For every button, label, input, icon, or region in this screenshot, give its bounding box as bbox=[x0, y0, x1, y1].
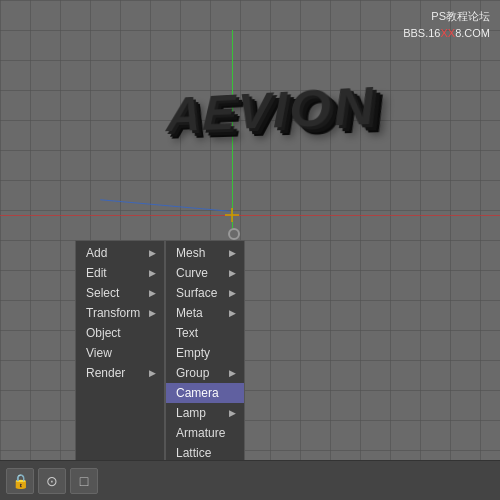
watermark-line2: BBS.16XX8.COM bbox=[403, 25, 490, 42]
submenu-item-label: Armature bbox=[176, 426, 225, 440]
secondary-menu: Mesh▶Curve▶Surface▶Meta▶TextEmptyGroup▶C… bbox=[165, 240, 245, 460]
menu-item-edit[interactable]: Edit▶ bbox=[76, 263, 164, 283]
menu-item-label: Add bbox=[86, 246, 107, 260]
viewport: AEVION PS教程论坛 BBS.16XX8.COM Add▶Edit▶Sel… bbox=[0, 0, 500, 460]
submenu-arrow-icon: ▶ bbox=[149, 308, 156, 318]
menu-item-label: Transform bbox=[86, 306, 140, 320]
submenu-item-label: Mesh bbox=[176, 246, 205, 260]
submenu-item-label: Camera bbox=[176, 386, 219, 400]
submenu-item-meta[interactable]: Meta▶ bbox=[166, 303, 244, 323]
submenu-item-empty[interactable]: Empty bbox=[166, 343, 244, 363]
submenu-item-label: Surface bbox=[176, 286, 217, 300]
submenu-item-label: Lamp bbox=[176, 406, 206, 420]
submenu-item-surface[interactable]: Surface▶ bbox=[166, 283, 244, 303]
watermark-suffix: 8.COM bbox=[455, 27, 490, 39]
submenu-item-armature[interactable]: Armature bbox=[166, 423, 244, 443]
submenu-item-mesh[interactable]: Mesh▶ bbox=[166, 243, 244, 263]
menu-item-label: View bbox=[86, 346, 112, 360]
menu-item-view[interactable]: View bbox=[76, 343, 164, 363]
submenu-arrow-icon: ▶ bbox=[229, 408, 236, 418]
submenu-item-label: Empty bbox=[176, 346, 210, 360]
submenu-arrow-icon: ▶ bbox=[229, 248, 236, 258]
submenu-arrow-icon: ▶ bbox=[149, 248, 156, 258]
submenu-arrow-icon: ▶ bbox=[149, 368, 156, 378]
layout-button[interactable]: □ bbox=[70, 468, 98, 494]
context-menu: Add▶Edit▶Select▶Transform▶ObjectViewRend… bbox=[75, 240, 245, 460]
submenu-arrow-icon: ▶ bbox=[229, 308, 236, 318]
submenu-arrow-icon: ▶ bbox=[229, 288, 236, 298]
submenu-item-lattice[interactable]: Lattice bbox=[166, 443, 244, 460]
aevion-3d-text: AEVION bbox=[165, 75, 379, 143]
submenu-item-group[interactable]: Group▶ bbox=[166, 363, 244, 383]
submenu-item-text[interactable]: Text bbox=[166, 323, 244, 343]
submenu-item-lamp[interactable]: Lamp▶ bbox=[166, 403, 244, 423]
menu-item-select[interactable]: Select▶ bbox=[76, 283, 164, 303]
submenu-arrow-icon: ▶ bbox=[149, 288, 156, 298]
submenu-item-label: Group bbox=[176, 366, 209, 380]
watermark: PS教程论坛 BBS.16XX8.COM bbox=[403, 8, 490, 41]
watermark-line1: PS教程论坛 bbox=[403, 8, 490, 25]
submenu-item-label: Meta bbox=[176, 306, 203, 320]
menu-item-add[interactable]: Add▶ bbox=[76, 243, 164, 263]
submenu-item-camera[interactable]: Camera bbox=[166, 383, 244, 403]
gear-icon bbox=[228, 228, 240, 240]
submenu-item-curve[interactable]: Curve▶ bbox=[166, 263, 244, 283]
menu-item-transform[interactable]: Transform▶ bbox=[76, 303, 164, 323]
primary-menu: Add▶Edit▶Select▶Transform▶ObjectViewRend… bbox=[75, 240, 165, 460]
axis-x bbox=[0, 215, 500, 216]
view-button[interactable]: ⊙ bbox=[38, 468, 66, 494]
menu-item-object[interactable]: Object bbox=[76, 323, 164, 343]
submenu-arrow-icon: ▶ bbox=[149, 268, 156, 278]
watermark-highlight: XX bbox=[440, 27, 455, 39]
submenu-item-label: Text bbox=[176, 326, 198, 340]
watermark-prefix: BBS.16 bbox=[403, 27, 440, 39]
menu-item-label: Object bbox=[86, 326, 121, 340]
submenu-item-label: Curve bbox=[176, 266, 208, 280]
bottom-toolbar: 🔒⊙□ bbox=[0, 460, 500, 500]
submenu-arrow-icon: ▶ bbox=[229, 368, 236, 378]
menu-item-label: Render bbox=[86, 366, 125, 380]
menu-item-label: Edit bbox=[86, 266, 107, 280]
submenu-item-label: Lattice bbox=[176, 446, 211, 460]
submenu-arrow-icon: ▶ bbox=[229, 268, 236, 278]
origin-crosshair bbox=[225, 208, 239, 222]
menu-item-render[interactable]: Render▶ bbox=[76, 363, 164, 383]
lock-button[interactable]: 🔒 bbox=[6, 468, 34, 494]
menu-item-label: Select bbox=[86, 286, 119, 300]
